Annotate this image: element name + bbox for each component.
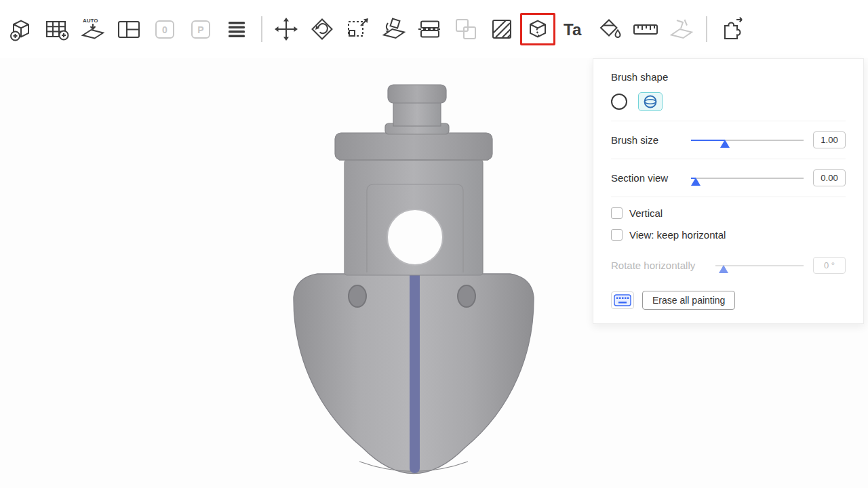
variable-layer-height-icon[interactable] [486,13,517,45]
keep-horizontal-checkbox-label: View: keep horizontal [629,229,726,241]
vertical-checkbox-row[interactable]: Vertical [611,207,846,219]
divider [611,197,846,197]
vertical-checkbox-label: Vertical [629,207,663,219]
seam-painting-panel: Brush shape Brush size 1.00 Section view [593,58,864,324]
brush-size-row: Brush size 1.00 [611,125,846,155]
brush-size-value[interactable]: 1.00 [813,131,846,148]
keep-horizontal-checkbox-row[interactable]: View: keep horizontal [611,229,846,241]
section-view-label: Section view [611,172,682,184]
color-painting-icon[interactable] [594,13,625,45]
p-tool-icon: P [185,13,216,45]
toolbar-separator [706,16,707,42]
layout-icon[interactable] [113,13,144,45]
erase-all-painting-button[interactable]: Erase all painting [642,291,735,310]
sphere-icon [643,94,658,109]
seam-painting-icon[interactable] [520,13,555,45]
keyboard-shortcuts-button[interactable] [611,291,634,309]
rotate-horizontally-label: Rotate horizontally [611,260,706,271]
boat-roof[interactable] [335,133,492,160]
svg-text:P: P [197,24,203,35]
zero-tool-icon: 0 [149,13,180,45]
section-view-row: Section view 0.00 [611,163,846,192]
porthole-left[interactable] [349,285,366,307]
add-model-icon[interactable] [5,13,37,45]
svg-text:Ta: Ta [564,20,582,39]
scale-icon[interactable] [342,13,374,45]
brush-shape-options [611,92,846,111]
add-plate-icon[interactable] [41,13,73,45]
viewport-3d[interactable]: Brush shape Brush size 1.00 Section view [0,58,868,488]
plugin-icon[interactable] [715,13,747,45]
slider-thumb[interactable] [691,178,701,186]
slider-track [715,265,804,266]
auto-arrange-icon[interactable]: AUTO [77,13,108,45]
move-icon[interactable] [271,13,302,45]
rotate-horizontally-row: Rotate horizontally 0 ° [611,251,846,280]
slider-thumb [719,265,728,273]
divider [611,159,846,159]
brush-size-label: Brush size [611,134,682,146]
rotate-icon[interactable] [307,13,338,45]
section-view-value[interactable]: 0.00 [813,169,846,186]
divider [611,121,846,121]
seam-stripe[interactable] [410,265,420,473]
slider-track[interactable] [691,178,804,179]
svg-text:AUTO: AUTO [83,18,98,24]
keyboard-icon [614,294,631,306]
keep-horizontal-checkbox[interactable] [611,229,623,241]
merge-icon [450,13,481,45]
vertical-checkbox[interactable] [611,207,623,219]
chimney-stem[interactable] [393,100,441,126]
brush-shape-label: Brush shape [611,71,846,83]
rotate-horizontally-slider [715,259,804,272]
brush-shape-circle-option[interactable] [611,94,627,110]
text-tool-icon[interactable]: Ta [558,13,589,45]
brush-shape-sphere-option[interactable] [638,92,663,111]
cut-icon[interactable] [414,13,446,45]
cabin-window [387,209,443,265]
brush-size-slider[interactable] [691,134,804,147]
panel-actions: Erase all painting [611,291,846,310]
svg-text:0: 0 [162,24,167,35]
toolbar-separator [261,16,262,42]
support-painting-icon [666,13,697,45]
chimney-cap [388,85,446,103]
rotate-horizontally-value: 0 ° [813,257,846,274]
porthole-right[interactable] [458,285,475,307]
lay-flat-icon[interactable] [378,13,410,45]
toolbar: AUTO 0 P [0,0,868,58]
layers-icon[interactable] [221,13,252,45]
measure-icon[interactable] [630,13,661,45]
slider-thumb[interactable] [720,140,730,148]
section-view-slider[interactable] [691,171,804,185]
